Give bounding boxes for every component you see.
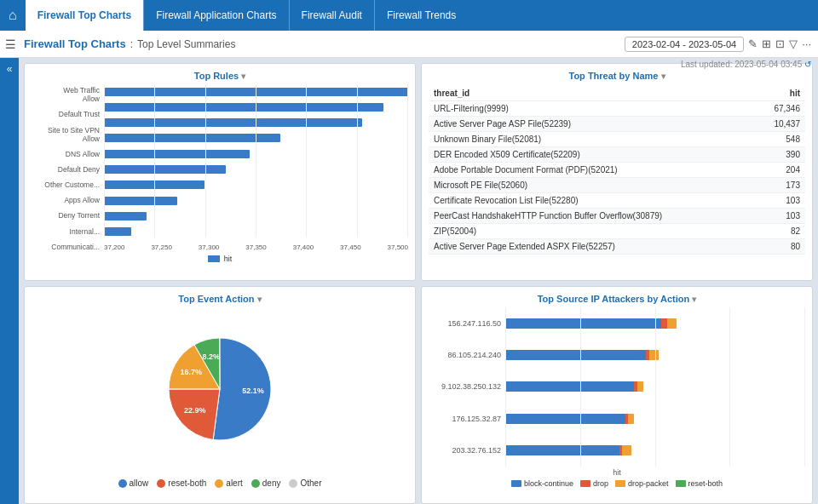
top-event-action-panel: Top Event Action ▾ 52.1%22.9%16.7%8.2% a… (24, 286, 416, 504)
pie-label: 16.7% (180, 367, 202, 375)
top-event-action-title: Top Event Action ▾ (32, 294, 408, 304)
top-rules-title: Top Rules ▾ (32, 71, 408, 81)
source-legend-label: block-continue (524, 479, 573, 488)
x-label: 37,250 (151, 243, 171, 251)
stacked-bar-row (505, 347, 805, 363)
threat-name-cell: URL-Filtering(9999) (429, 101, 754, 117)
bar-row (104, 101, 408, 112)
breadcrumb-main: Firewall Top Charts (24, 37, 126, 50)
source-ip-label: 203.32.76.152 (429, 446, 501, 455)
source-legend-item: drop (580, 479, 608, 488)
source-ip-label: 86.105.214.240 (429, 351, 501, 359)
sidebar-collapse-icon[interactable]: « (7, 63, 13, 75)
tab-firewall-trends[interactable]: Firewall Trends (374, 0, 468, 31)
date-range-display[interactable]: 2023-02-04 - 2023-05-04 (625, 37, 744, 52)
x-label: 37,200 (104, 243, 124, 251)
pie-legend-item: allow (118, 478, 149, 488)
top-rules-legend-color (208, 255, 220, 262)
source-legend-label: drop-packet (628, 479, 669, 488)
threat-col-header-hit: hit (754, 86, 805, 101)
threat-hit-cell: 80 (754, 239, 805, 255)
threat-name-cell: Active Server Page ASP File(52239) (429, 117, 754, 132)
bar-row (104, 86, 408, 97)
top-source-dropdown-icon[interactable]: ▾ (692, 295, 696, 304)
threat-hit-cell: 548 (754, 132, 805, 147)
y-label: Internal... (32, 227, 100, 236)
threat-hit-cell: 103 (754, 193, 805, 209)
x-label: 37,350 (245, 243, 266, 251)
bar-row (104, 180, 408, 191)
pie-legend-dot (157, 479, 165, 488)
source-legend-color (511, 480, 521, 487)
stacked-bar-row (505, 443, 805, 458)
pie-legend-label: deny (262, 478, 281, 488)
home-icon[interactable]: ⌂ (0, 0, 26, 31)
last-updated: Last updated: 2023-05-04 03:45 ↺ (681, 60, 811, 69)
source-ip-label: 176.125.32.87 (429, 415, 501, 423)
threat-hit-cell: 204 (754, 163, 805, 178)
source-ip-legend: block-continuedropdrop-packetreset-both (429, 479, 805, 488)
chart-settings-icon[interactable]: ⊞ (762, 37, 771, 50)
threat-table-row: PeerCast HandshakeHTTP Function Buffer O… (429, 209, 805, 224)
top-threat-title: Top Threat by Name ▾ (429, 71, 805, 81)
pie-legend-dot (289, 479, 297, 488)
top-threat-dropdown-icon[interactable]: ▾ (661, 72, 665, 81)
stacked-bar-row (505, 411, 805, 427)
bar-row (104, 117, 408, 129)
threat-hit-cell: 390 (754, 147, 805, 163)
tab-firewall-audit[interactable]: Firewall Audit (289, 0, 374, 31)
pie-chart: 52.1%22.9%16.7%8.2% (152, 325, 288, 461)
y-label: Deny Torrent (32, 211, 100, 220)
bar-row (104, 226, 408, 238)
edit-icon[interactable]: ✎ (748, 37, 758, 50)
pie-legend-label: Other (300, 478, 321, 488)
threat-name-cell: ZIP(52004) (429, 224, 754, 239)
bar-row (104, 148, 408, 159)
threat-name-cell: Unknown Binary File(52081) (429, 132, 754, 147)
source-ip-label: 156.247.116.50 (429, 319, 501, 328)
threat-table-row: Active Server Page ASP File(52239)10,437 (429, 117, 805, 132)
y-label: Other Custome... (32, 180, 100, 189)
top-event-dropdown-icon[interactable]: ▾ (257, 295, 262, 304)
top-threat-panel: Top Threat by Name ▾ threat_id hit URL-F… (421, 63, 813, 281)
y-label: Default Deny (32, 165, 100, 174)
top-rules-dropdown-icon[interactable]: ▾ (241, 72, 245, 81)
pie-label: 22.9% (184, 406, 206, 415)
pie-legend-item: alert (215, 478, 242, 488)
threat-name-cell: Microsoft PE File(52060) (429, 178, 754, 193)
more-options-icon[interactable]: ··· (802, 37, 811, 50)
source-legend-color (676, 480, 686, 487)
y-label: Apps Allow (32, 196, 100, 204)
export-icon[interactable]: ⊡ (775, 37, 785, 50)
pie-legend-dot (215, 479, 223, 488)
pie-label: 52.1% (242, 386, 264, 394)
pie-label: 8.2% (203, 352, 221, 360)
y-label: Default Trust (32, 110, 100, 118)
threat-hit-cell: 173 (754, 178, 805, 193)
threat-table-row: Unknown Binary File(52081)548 (429, 132, 805, 147)
pie-legend-label: alert (226, 478, 242, 488)
x-label: 37,400 (293, 243, 314, 251)
threat-name-cell: Active Server Page Extended ASPX File(52… (429, 239, 754, 255)
source-ip-label: 9.102.38.250.132 (429, 382, 501, 391)
bar-row (104, 195, 408, 206)
threat-table-row: Certificate Revocation List File(52280)1… (429, 193, 805, 209)
x-label: 37,450 (340, 243, 360, 251)
x-label: 37,500 (388, 243, 408, 251)
menu-icon[interactable]: ☰ (5, 37, 16, 51)
threat-table-row: Microsoft PE File(52060)173 (429, 178, 805, 193)
y-label: Web TrafficAllow (32, 86, 100, 103)
filter-icon[interactable]: ▽ (789, 37, 798, 50)
tab-firewall-top-charts[interactable]: Firewall Top Charts (26, 0, 143, 31)
pie-legend-item: deny (251, 478, 281, 488)
source-legend-item: block-continue (511, 479, 573, 488)
pie-legend-item: reset-both (157, 478, 206, 488)
tab-firewall-application-charts[interactable]: Firewall Application Charts (143, 0, 288, 31)
y-label: DNS Allow (32, 150, 100, 158)
threat-hit-cell: 82 (754, 224, 805, 239)
threat-table-row: Adobe Portable Document Format (PDF)(520… (429, 163, 805, 178)
threat-table-row: Active Server Page Extended ASPX File(52… (429, 239, 805, 255)
y-label: Site to Site VPNAllow (32, 126, 100, 143)
threat-table-row: URL-Filtering(9999)67,346 (429, 101, 805, 117)
threat-name-cell: Adobe Portable Document Format (PDF)(520… (429, 163, 754, 178)
